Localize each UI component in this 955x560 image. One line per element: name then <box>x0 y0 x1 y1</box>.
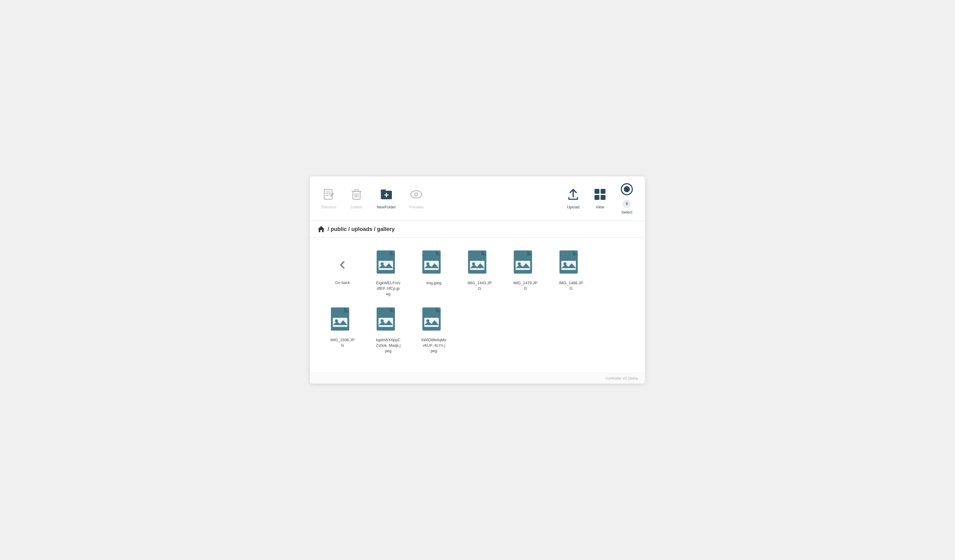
svg-point-20 <box>624 186 630 192</box>
svg-rect-34 <box>561 261 576 270</box>
file-name: img.jpeg <box>426 280 441 286</box>
toolbar-right: Upload View <box>562 180 638 217</box>
view-icon <box>593 188 607 203</box>
image-file-icon <box>376 250 401 277</box>
delete-button[interactable]: Delete <box>346 185 368 212</box>
select-button[interactable]: 0 Select <box>616 180 638 217</box>
svg-rect-37 <box>333 318 348 327</box>
image-file-icon <box>330 307 355 334</box>
svg-rect-16 <box>601 189 606 194</box>
svg-rect-40 <box>379 318 393 327</box>
svg-rect-31 <box>516 261 530 270</box>
preview-icon <box>410 188 423 203</box>
select-wrapper: 0 Select <box>622 200 632 214</box>
upload-button[interactable]: Upload <box>562 185 584 212</box>
svg-rect-25 <box>424 261 439 270</box>
toolbar: Rename Delete <box>310 177 645 221</box>
rename-icon <box>323 188 336 203</box>
svg-rect-6 <box>355 189 359 191</box>
view-label: View <box>596 205 604 209</box>
list-item[interactable]: IMG_1486.JPG <box>548 245 594 302</box>
select-label: Select <box>622 210 632 214</box>
rename-button[interactable]: Rename <box>317 185 341 212</box>
file-name: kWID8fe6qMxvKUF..4LYn.jpeg <box>421 337 446 354</box>
go-back-label: Go back <box>335 280 350 285</box>
image-file-icon <box>376 307 401 334</box>
file-name: EigkWELFnrvdfEP..hfCp.jpeg <box>376 280 400 297</box>
app-container: Rename Delete <box>310 177 645 383</box>
image-file-icon <box>513 250 537 277</box>
list-item[interactable]: IMG_1479.JPG <box>503 245 548 302</box>
list-item[interactable]: IMG_1506.JPG <box>319 302 365 359</box>
preview-button[interactable]: Preview <box>405 185 427 212</box>
footer-text: vuefinder v0.1beta <box>605 376 638 380</box>
breadcrumb-text: / public / uploads / gallery <box>327 226 395 233</box>
rename-label: Rename <box>321 205 337 209</box>
svg-rect-43 <box>424 318 439 327</box>
new-folder-button[interactable]: NewFolder <box>373 185 400 212</box>
image-file-icon <box>467 250 492 277</box>
file-name: IMG_1479.JPG <box>513 280 537 291</box>
new-folder-icon <box>380 188 393 203</box>
svg-rect-28 <box>470 261 484 270</box>
svg-point-13 <box>411 191 422 198</box>
svg-point-14 <box>415 193 418 196</box>
file-name: kgebWX6ppCZs0ok..Maqk.jpeg <box>376 337 401 354</box>
list-item[interactable]: img.jpeg <box>411 245 457 302</box>
svg-rect-17 <box>595 195 600 200</box>
breadcrumb: / public / uploads / gallery <box>310 221 645 238</box>
view-button[interactable]: View <box>589 185 611 212</box>
upload-icon <box>567 188 580 203</box>
list-item[interactable]: IMG_1443.JPG <box>457 245 503 302</box>
footer: vuefinder v0.1beta <box>310 372 645 383</box>
svg-rect-22 <box>379 261 393 270</box>
toolbar-left: Rename Delete <box>317 185 557 212</box>
image-file-icon <box>559 250 583 277</box>
delete-icon <box>350 188 363 203</box>
file-name: IMG_1506.JPG <box>330 337 355 348</box>
go-back-item[interactable]: ‹ Go back <box>319 245 365 302</box>
upload-label: Upload <box>567 205 579 209</box>
list-item[interactable]: kWID8fe6qMxvKUF..4LYn.jpeg <box>411 302 457 359</box>
list-item[interactable]: kgebWX6ppCZs0ok..Maqk.jpeg <box>365 302 411 359</box>
image-file-icon <box>422 250 446 277</box>
svg-rect-18 <box>601 195 606 200</box>
new-folder-label: NewFolder <box>377 205 396 209</box>
image-file-icon <box>422 307 446 334</box>
delete-label: Delete <box>351 205 362 209</box>
list-item[interactable]: EigkWELFnrvdfEP..hfCp.jpeg <box>365 245 411 302</box>
svg-rect-15 <box>595 189 600 194</box>
file-name: IMG_1486.JPG <box>559 280 583 291</box>
go-back-icon: ‹ <box>340 250 346 277</box>
preview-label: Preview <box>409 205 423 209</box>
select-count: 0 <box>623 200 631 208</box>
file-grid: ‹ Go back EigkWELFnrvdfEP..hfCp.jpeg <box>310 238 645 372</box>
file-name: IMG_1443.JPG <box>467 280 492 291</box>
home-icon[interactable] <box>317 225 325 233</box>
select-icon <box>620 183 634 198</box>
